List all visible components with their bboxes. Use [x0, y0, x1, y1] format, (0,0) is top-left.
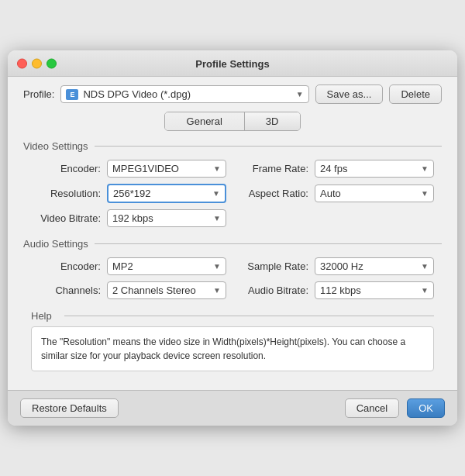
minimize-button[interactable] — [32, 58, 42, 68]
samplerate-value: 32000 Hz — [320, 260, 363, 272]
aspectratio-value: Auto — [320, 188, 341, 199]
framerate-value: 24 fps — [320, 163, 347, 174]
samplerate-arrow: ▼ — [421, 262, 429, 271]
dialog-footer: Restore Defaults Cancel OK — [8, 390, 457, 426]
audio-section-line — [95, 243, 442, 244]
profile-icon: E — [66, 89, 78, 100]
resolution-arrow: ▼ — [212, 189, 220, 198]
save-as-button[interactable]: Save as... — [315, 85, 384, 104]
audiobitrate-arrow: ▼ — [421, 286, 429, 295]
audio-settings-label: Audio Settings — [23, 238, 88, 250]
framerate-label: Frame Rate: — [239, 163, 308, 174]
tabs-row: General 3D — [23, 112, 442, 131]
audio-encoder-value: MP2 — [112, 260, 133, 272]
aspectratio-label: Aspect Ratio: — [239, 188, 308, 199]
video-section-line — [95, 146, 442, 147]
title-bar: Profile Settings — [8, 50, 457, 77]
audio-settings-section: Audio Settings Encoder: MP2 ▼ Sample Rat… — [23, 238, 442, 299]
dialog-title: Profile Settings — [195, 58, 269, 70]
audio-encoder-label: Encoder: — [31, 260, 101, 272]
footer-right: Cancel OK — [345, 398, 445, 418]
channels-arrow: ▼ — [213, 286, 221, 295]
encoder-field: Encoder: MPEG1VIDEO ▼ — [31, 160, 226, 178]
maximize-button[interactable] — [46, 58, 57, 68]
videobitrate-field: Video Bitrate: 192 kbps ▼ — [31, 209, 226, 227]
videobitrate-arrow: ▼ — [213, 214, 221, 222]
video-settings-label: Video Settings — [23, 140, 88, 152]
cancel-button[interactable]: Cancel — [345, 398, 399, 418]
resolution-label: Resolution: — [31, 188, 101, 199]
framerate-arrow: ▼ — [421, 164, 429, 173]
channels-value: 2 Channels Stereo — [112, 285, 196, 296]
profile-dropdown-arrow: ▼ — [296, 90, 304, 98]
framerate-field: Frame Rate: 24 fps ▼ — [239, 160, 434, 178]
profile-settings-dialog: Profile Settings Profile: E NDS DPG Vide… — [8, 50, 457, 426]
tab-group: General 3D — [164, 112, 301, 131]
help-section: Help The "Resolution" means the video si… — [31, 310, 434, 371]
audio-settings-grid: Encoder: MP2 ▼ Sample Rate: 32000 Hz ▼ — [23, 257, 442, 299]
videobitrate-select[interactable]: 192 kbps ▼ — [107, 209, 226, 227]
tab-3d[interactable]: 3D — [244, 112, 301, 130]
audio-encoder-arrow: ▼ — [213, 262, 221, 271]
aspectratio-arrow: ▼ — [421, 189, 429, 198]
help-label: Help — [31, 310, 52, 322]
channels-field: Channels: 2 Channels Stereo ▼ — [31, 281, 226, 299]
delete-button[interactable]: Delete — [389, 85, 442, 104]
profile-select[interactable]: E NDS DPG Video (*.dpg) ▼ — [60, 85, 308, 103]
samplerate-field: Sample Rate: 32000 Hz ▼ — [239, 257, 434, 275]
encoder-value: MPEG1VIDEO — [112, 163, 179, 174]
channels-select[interactable]: 2 Channels Stereo ▼ — [107, 281, 226, 299]
aspectratio-select[interactable]: Auto ▼ — [315, 185, 434, 202]
resolution-field: Resolution: 256*192 ▼ — [31, 184, 226, 203]
encoder-select[interactable]: MPEG1VIDEO ▼ — [107, 160, 226, 178]
videobitrate-label: Video Bitrate: — [31, 212, 101, 224]
samplerate-select[interactable]: 32000 Hz ▼ — [315, 257, 434, 275]
audiobitrate-value: 112 kbps — [320, 285, 361, 296]
help-text: The "Resolution" means the video size in… — [41, 335, 424, 363]
profile-value: NDS DPG Video (*.dpg) — [83, 88, 291, 100]
resolution-value: 256*192 — [113, 188, 150, 199]
encoder-label: Encoder: — [31, 163, 101, 174]
profile-label: Profile: — [23, 88, 54, 100]
help-section-line — [64, 316, 434, 316]
audiobitrate-field: Audio Bitrate: 112 kbps ▼ — [239, 281, 434, 299]
tab-general[interactable]: General — [164, 112, 245, 131]
help-text-box: The "Resolution" means the video size in… — [31, 326, 434, 371]
video-settings-grid: Encoder: MPEG1VIDEO ▼ Frame Rate: 24 fps… — [23, 160, 442, 227]
close-button[interactable] — [17, 58, 27, 68]
encoder-arrow: ▼ — [213, 164, 221, 173]
framerate-select[interactable]: 24 fps ▼ — [315, 160, 434, 178]
audio-encoder-select[interactable]: MP2 ▼ — [107, 257, 226, 275]
audiobitrate-label: Audio Bitrate: — [239, 285, 308, 296]
videobitrate-value: 192 kbps — [112, 212, 153, 224]
traffic-lights — [17, 58, 57, 68]
audio-settings-header: Audio Settings — [23, 238, 442, 250]
profile-row: Profile: E NDS DPG Video (*.dpg) ▼ Save … — [23, 85, 442, 104]
dialog-content: Profile: E NDS DPG Video (*.dpg) ▼ Save … — [8, 77, 457, 390]
video-settings-header: Video Settings — [23, 140, 442, 152]
audiobitrate-select[interactable]: 112 kbps ▼ — [315, 281, 434, 299]
help-header-row: Help — [31, 310, 434, 322]
audio-encoder-field: Encoder: MP2 ▼ — [31, 257, 226, 275]
video-settings-section: Video Settings Encoder: MPEG1VIDEO ▼ Fra… — [23, 140, 442, 227]
channels-label: Channels: — [31, 285, 101, 296]
restore-defaults-button[interactable]: Restore Defaults — [20, 398, 119, 418]
resolution-select[interactable]: 256*192 ▼ — [107, 184, 226, 203]
samplerate-label: Sample Rate: — [239, 260, 308, 272]
ok-button[interactable]: OK — [407, 398, 445, 418]
aspectratio-field: Aspect Ratio: Auto ▼ — [239, 184, 434, 203]
